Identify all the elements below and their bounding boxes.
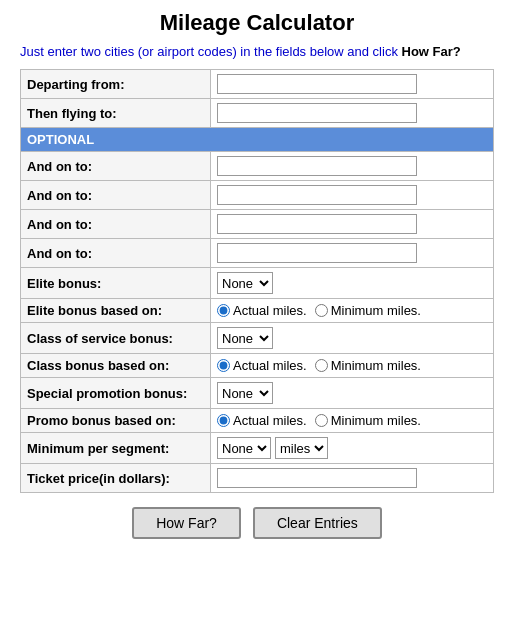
elite-based-on-label: Elite bonus based on: <box>21 299 211 323</box>
and-on-to-1-cell <box>211 152 494 181</box>
class-bonus-cell: None 25% 50% 100% <box>211 323 494 354</box>
and-on-to-1-label: And on to: <box>21 152 211 181</box>
promo-minimum-label: Minimum miles. <box>331 413 421 428</box>
table-row: Elite bonus: None 25% 50% 100% <box>21 268 494 299</box>
and-on-to-1-input[interactable] <box>217 156 417 176</box>
and-on-to-4-label: And on to: <box>21 239 211 268</box>
elite-minimum-label: Minimum miles. <box>331 303 421 318</box>
table-row: And on to: <box>21 152 494 181</box>
class-bonus-select[interactable]: None 25% 50% 100% <box>217 327 273 349</box>
elite-actual-radio[interactable] <box>217 304 230 317</box>
elite-minimum-radio[interactable] <box>315 304 328 317</box>
departing-input[interactable] <box>217 74 417 94</box>
table-row: Ticket price(in dollars): <box>21 464 494 493</box>
flying-to-label: Then flying to: <box>21 99 211 128</box>
elite-actual-label: Actual miles. <box>233 303 307 318</box>
and-on-to-3-cell <box>211 210 494 239</box>
class-based-on-label: Class bonus based on: <box>21 354 211 378</box>
elite-bonus-cell: None 25% 50% 100% <box>211 268 494 299</box>
table-row: And on to: <box>21 181 494 210</box>
promo-based-on-label: Promo bonus based on: <box>21 409 211 433</box>
elite-minimum-radio-label[interactable]: Minimum miles. <box>315 303 421 318</box>
promo-based-on-cell: Actual miles. Minimum miles. <box>211 409 494 433</box>
class-actual-label: Actual miles. <box>233 358 307 373</box>
table-row: Then flying to: <box>21 99 494 128</box>
optional-header: OPTIONAL <box>21 128 494 152</box>
and-on-to-4-input[interactable] <box>217 243 417 263</box>
class-based-on-cell: Actual miles. Minimum miles. <box>211 354 494 378</box>
table-row: And on to: <box>21 210 494 239</box>
elite-radio-group: Actual miles. Minimum miles. <box>217 303 487 318</box>
page-title: Mileage Calculator <box>160 10 354 36</box>
class-minimum-radio-label[interactable]: Minimum miles. <box>315 358 421 373</box>
ticket-price-input[interactable] <box>217 468 417 488</box>
promo-actual-radio-label[interactable]: Actual miles. <box>217 413 307 428</box>
class-minimum-label: Minimum miles. <box>331 358 421 373</box>
flying-to-cell <box>211 99 494 128</box>
ticket-price-label: Ticket price(in dollars): <box>21 464 211 493</box>
mileage-table: Departing from: Then flying to: OPTIONAL… <box>20 69 494 493</box>
promo-radio-group: Actual miles. Minimum miles. <box>217 413 487 428</box>
min-segment-unit-select[interactable]: miles km <box>275 437 328 459</box>
promo-bonus-cell: None 25% 50% 100% <box>211 378 494 409</box>
promo-actual-radio[interactable] <box>217 414 230 427</box>
table-row: Class bonus based on: Actual miles. Mini… <box>21 354 494 378</box>
table-row: And on to: <box>21 239 494 268</box>
flying-to-input[interactable] <box>217 103 417 123</box>
and-on-to-4-cell <box>211 239 494 268</box>
promo-bonus-select[interactable]: None 25% 50% 100% <box>217 382 273 404</box>
min-segment-none-select[interactable]: None <box>217 437 271 459</box>
and-on-to-2-cell <box>211 181 494 210</box>
class-minimum-radio[interactable] <box>315 359 328 372</box>
table-row: Departing from: <box>21 70 494 99</box>
min-segment-inputs: None miles km <box>217 437 487 459</box>
elite-actual-radio-label[interactable]: Actual miles. <box>217 303 307 318</box>
how-far-button[interactable]: How Far? <box>132 507 241 539</box>
and-on-to-3-input[interactable] <box>217 214 417 234</box>
and-on-to-2-label: And on to: <box>21 181 211 210</box>
ticket-price-cell <box>211 464 494 493</box>
elite-bonus-label: Elite bonus: <box>21 268 211 299</box>
departing-label: Departing from: <box>21 70 211 99</box>
table-row: Promo bonus based on: Actual miles. Mini… <box>21 409 494 433</box>
class-radio-group: Actual miles. Minimum miles. <box>217 358 487 373</box>
class-bonus-label: Class of service bonus: <box>21 323 211 354</box>
table-row: Class of service bonus: None 25% 50% 100… <box>21 323 494 354</box>
class-actual-radio-label[interactable]: Actual miles. <box>217 358 307 373</box>
table-row: Minimum per segment: None miles km <box>21 433 494 464</box>
promo-minimum-radio[interactable] <box>315 414 328 427</box>
promo-actual-label: Actual miles. <box>233 413 307 428</box>
table-row: Elite bonus based on: Actual miles. Mini… <box>21 299 494 323</box>
min-segment-cell: None miles km <box>211 433 494 464</box>
min-segment-label: Minimum per segment: <box>21 433 211 464</box>
and-on-to-3-label: And on to: <box>21 210 211 239</box>
elite-bonus-select[interactable]: None 25% 50% 100% <box>217 272 273 294</box>
optional-header-row: OPTIONAL <box>21 128 494 152</box>
table-row: Special promotion bonus: None 25% 50% 10… <box>21 378 494 409</box>
subtitle: Just enter two cities (or airport codes)… <box>20 44 494 59</box>
promo-minimum-radio-label[interactable]: Minimum miles. <box>315 413 421 428</box>
elite-based-on-cell: Actual miles. Minimum miles. <box>211 299 494 323</box>
footer-buttons: How Far? Clear Entries <box>132 507 382 539</box>
class-actual-radio[interactable] <box>217 359 230 372</box>
and-on-to-2-input[interactable] <box>217 185 417 205</box>
departing-cell <box>211 70 494 99</box>
clear-entries-button[interactable]: Clear Entries <box>253 507 382 539</box>
promo-bonus-label: Special promotion bonus: <box>21 378 211 409</box>
